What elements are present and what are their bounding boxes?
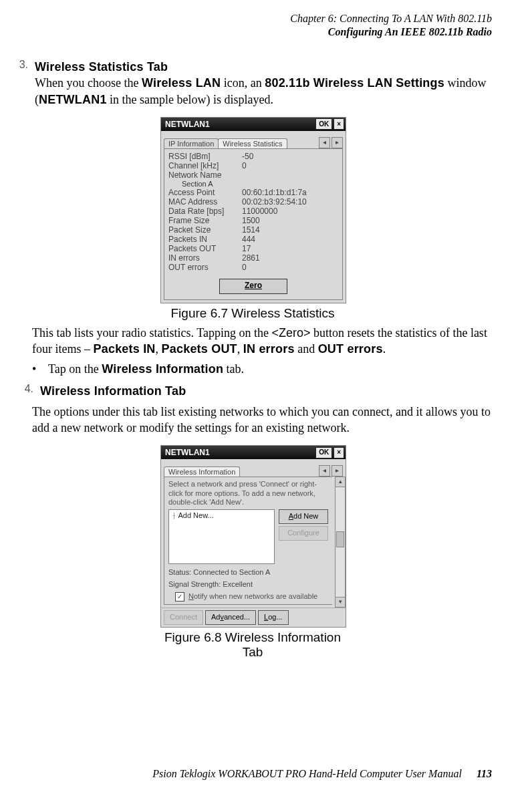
bullet-icon: • xyxy=(32,362,39,376)
stat-value: 17 xyxy=(242,244,338,253)
step3-intro-c: icon, an xyxy=(221,76,265,90)
page-number: 113 xyxy=(477,768,492,779)
stat-label: Access Point xyxy=(168,188,242,197)
term-out-errors: OUT errors xyxy=(318,342,383,356)
stat-label: MAC Address xyxy=(168,197,242,207)
signal-text: Signal Strength: Excellent xyxy=(168,580,328,588)
term-settings: 802.11b Wireless LAN Settings xyxy=(265,76,444,90)
window-title: NETWLAN1 xyxy=(165,120,210,129)
tab-scroll-left-icon[interactable]: ◂ xyxy=(319,465,330,477)
scrollbar[interactable]: ▴ ▾ xyxy=(335,477,346,608)
network-list[interactable]: ⟊ Add New... xyxy=(168,509,275,564)
page-header: Chapter 6: Connecting To A LAN With 802.… xyxy=(0,0,532,39)
zero-button[interactable]: Zero xyxy=(219,279,287,294)
netwlan1-window: NETWLAN1 OK × IP Information Wireless St… xyxy=(160,117,346,303)
bullet-text: Tap on the Wireless Information tab. xyxy=(48,362,244,376)
ok-button[interactable]: OK xyxy=(315,447,332,458)
scroll-up-icon[interactable]: ▴ xyxy=(336,477,345,487)
tab-wireless-statistics[interactable]: Wireless Statistics xyxy=(218,138,287,148)
step3-title: Wireless Statistics Tab xyxy=(35,60,168,74)
step3-intro-a: When you choose the xyxy=(35,76,142,90)
figure-caption: Figure 6.8 Wireless Information Tab xyxy=(160,630,345,660)
tab-scroll-left-icon[interactable]: ◂ xyxy=(319,137,330,148)
chapter-line: Chapter 6: Connecting To A LAN With 802.… xyxy=(0,12,492,25)
stat-label: Packets IN xyxy=(168,235,242,244)
stat-value: 1514 xyxy=(242,225,338,235)
notify-checkbox[interactable]: ✓ xyxy=(175,592,184,602)
stat-value: 0 xyxy=(242,161,338,170)
tab-wireless-information[interactable]: Wireless Information xyxy=(164,466,240,477)
notify-label: Notify when new networks are available xyxy=(188,592,328,601)
stat-value: -50 xyxy=(242,152,338,161)
stat-label: Frame Size xyxy=(168,216,242,225)
term-wireless-lan: Wireless LAN xyxy=(142,76,221,90)
figure-6-7: NETWLAN1 OK × IP Information Wireless St… xyxy=(160,117,345,321)
term-packets-in: Packets IN xyxy=(94,342,156,356)
step-number: 4. xyxy=(13,383,33,399)
scroll-thumb[interactable] xyxy=(336,531,344,547)
netwlan1-window: NETWLAN1 OK × Wireless Information ◂ ▸ S… xyxy=(160,445,346,628)
close-icon[interactable]: × xyxy=(334,447,344,458)
stat-value: 444 xyxy=(242,235,338,244)
tab-scroll-right-icon[interactable]: ▸ xyxy=(331,137,343,148)
step4-title: Wireless Information Tab xyxy=(40,384,186,398)
zero-term: <Zero> xyxy=(271,326,310,340)
stat-label: Network Name xyxy=(168,170,242,180)
window-title: NETWLAN1 xyxy=(165,448,210,457)
tab-scroll-right-icon[interactable]: ▸ xyxy=(331,465,343,477)
footer-text: Psion Teklogix WORKABOUT PRO Hand-Held C… xyxy=(152,768,462,779)
hint-text: Select a network and press 'Connect' or … xyxy=(168,480,328,507)
stat-label: Packets OUT xyxy=(168,244,242,253)
stat-label: Channel [kHz] xyxy=(168,161,242,170)
stats-explain: This tab lists your radio statistics. Ta… xyxy=(13,325,492,358)
list-item[interactable]: Add New... xyxy=(178,511,213,519)
connect-button: Connect xyxy=(164,610,203,625)
stat-label: Data Rate [bps] xyxy=(168,207,242,216)
scroll-down-icon[interactable]: ▾ xyxy=(336,597,345,607)
stat-value: 00:60:1d:1b:d1:7a xyxy=(242,188,338,197)
stat-label: RSSI [dBm] xyxy=(168,152,242,161)
stat-value: 1500 xyxy=(242,216,338,225)
term-wireless-information: Wireless Information xyxy=(102,362,223,376)
figure-caption: Figure 6.7 Wireless Statistics xyxy=(160,306,345,321)
step3-intro-g: in the sample below) is displayed. xyxy=(107,93,273,106)
advanced-button[interactable]: Advanced... xyxy=(205,610,256,625)
network-name-value: Section A xyxy=(168,180,338,188)
stat-value xyxy=(242,170,338,180)
tab-ip-information[interactable]: IP Information xyxy=(164,138,219,148)
close-icon[interactable]: × xyxy=(334,118,344,130)
ok-button[interactable]: OK xyxy=(315,118,332,130)
term-in-errors: IN errors xyxy=(243,342,295,356)
section-line: Configuring An IEEE 802.11b Radio xyxy=(0,25,492,39)
term-netwlan1: NETWLAN1 xyxy=(39,93,107,106)
step-number: 3. xyxy=(13,59,28,108)
status-text: Status: Connected to Section A xyxy=(168,568,328,576)
configure-button: Configure xyxy=(279,526,328,541)
add-new-button[interactable]: Add New xyxy=(279,509,328,524)
page-footer: Psion Teklogix WORKABOUT PRO Hand-Held C… xyxy=(152,768,492,780)
stat-label: IN errors xyxy=(168,253,242,263)
figure-6-8: NETWLAN1 OK × Wireless Information ◂ ▸ S… xyxy=(160,445,345,660)
stat-value: 11000000 xyxy=(242,207,338,216)
stat-label: OUT errors xyxy=(168,263,242,272)
stat-label: Packet Size xyxy=(168,225,242,235)
stat-value: 0 xyxy=(242,263,338,272)
log-button[interactable]: Log... xyxy=(258,610,289,625)
step4-para: The options under this tab list existing… xyxy=(13,404,492,436)
stat-value: 00:02:b3:92:54:10 xyxy=(242,197,338,207)
antenna-icon: ⟊ xyxy=(172,511,176,519)
term-packets-out: Packets OUT xyxy=(162,342,237,356)
stat-value: 2861 xyxy=(242,253,338,263)
